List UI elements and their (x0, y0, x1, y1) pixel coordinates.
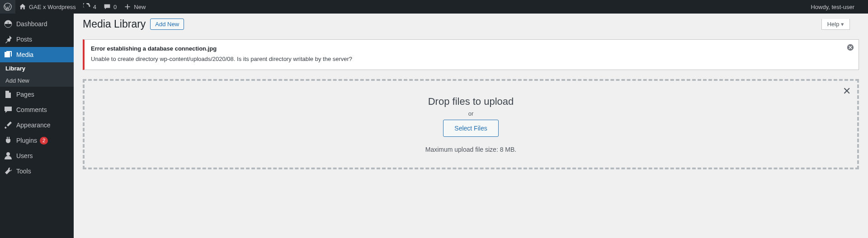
comments-item[interactable]: 0 (100, 0, 120, 14)
home-icon (19, 3, 26, 10)
admin-bar: GAE x Wordpress 4 0 New Howdy, test-user (0, 0, 868, 14)
howdy-item[interactable]: Howdy, test-user (807, 0, 868, 14)
wordpress-logo[interactable] (0, 0, 15, 14)
wordpress-icon (4, 3, 12, 11)
comments-count: 0 (113, 4, 117, 10)
comment-icon (104, 3, 111, 10)
plus-icon (124, 3, 131, 10)
site-name-item[interactable]: GAE x Wordpress (15, 0, 80, 14)
updates-count: 4 (93, 4, 96, 10)
new-item[interactable]: New (120, 0, 149, 14)
new-label: New (134, 4, 146, 10)
howdy-label: Howdy, test-user (811, 4, 854, 10)
refresh-icon (83, 3, 90, 10)
site-name-label: GAE x Wordpress (29, 4, 76, 10)
updates-item[interactable]: 4 (80, 0, 100, 14)
